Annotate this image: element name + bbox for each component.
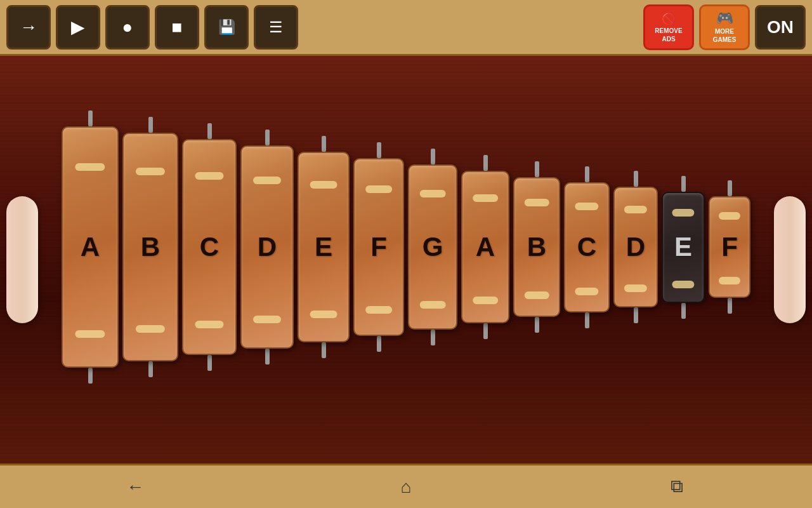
on-label: ON bbox=[767, 17, 794, 37]
top-connector-7 bbox=[483, 155, 488, 171]
bar-note-label-1: B bbox=[141, 232, 160, 262]
bar-note-label-9: C bbox=[577, 232, 596, 262]
bottom-connector-5 bbox=[377, 336, 381, 352]
bottom-connector-3 bbox=[265, 349, 270, 364]
recents-icon: ⧉ bbox=[671, 476, 683, 497]
play-icon: ▶ bbox=[71, 17, 85, 37]
xylophone-bar-B-8[interactable]: B bbox=[513, 177, 560, 317]
stop-icon: ■ bbox=[172, 17, 183, 37]
bar-note-label-7: A bbox=[476, 232, 495, 262]
xylophone-bar-F-5[interactable]: F bbox=[353, 158, 404, 336]
xylophone-bar-D-10[interactable]: D bbox=[613, 187, 658, 307]
bottom-connector-12 bbox=[728, 298, 732, 314]
top-connector-4 bbox=[322, 136, 326, 152]
bar-note-label-6: G bbox=[422, 232, 443, 262]
xylophone-bar-unit-12: F bbox=[707, 81, 752, 413]
remove-ads-icon: 🚫 bbox=[662, 11, 676, 27]
bottom-connector-1 bbox=[148, 361, 153, 377]
mallet-right bbox=[774, 196, 806, 323]
bottom-connector-7 bbox=[483, 323, 488, 339]
xylophone-bar-unit-1: B bbox=[121, 81, 180, 413]
xylophone: ABCDEFGABCDEF bbox=[0, 81, 812, 413]
xylophone-bar-unit-0: A bbox=[60, 81, 121, 413]
xylophone-bar-A-0[interactable]: A bbox=[62, 126, 119, 368]
home-icon: ⌂ bbox=[401, 477, 412, 497]
top-connector-8 bbox=[535, 161, 539, 177]
xylophone-bar-unit-3: D bbox=[239, 81, 296, 413]
xylophone-bar-C-9[interactable]: C bbox=[564, 182, 610, 312]
xylophone-frame: ABCDEFGABCDEF bbox=[0, 81, 812, 413]
top-connector-3 bbox=[265, 130, 270, 145]
more-games-label: MOREGAMES bbox=[713, 27, 737, 44]
xylophone-bar-unit-6: G bbox=[406, 81, 459, 413]
top-connector-5 bbox=[377, 142, 381, 158]
xylophone-bar-unit-7: A bbox=[459, 81, 511, 413]
arrow-icon: → bbox=[20, 17, 37, 37]
xylophone-bar-unit-10: D bbox=[612, 81, 660, 413]
bar-note-label-4: E bbox=[315, 232, 332, 262]
xylophone-bar-unit-4: E bbox=[296, 81, 351, 413]
xylophone-bar-D-3[interactable]: D bbox=[240, 145, 294, 349]
bottom-connector-4 bbox=[322, 342, 326, 358]
record-button[interactable]: ● bbox=[105, 5, 150, 50]
play-button[interactable]: ▶ bbox=[56, 5, 100, 50]
xylophone-bar-E-4[interactable]: E bbox=[298, 152, 350, 342]
back-nav-button[interactable]: ← bbox=[113, 471, 157, 503]
bottom-connector-11 bbox=[681, 303, 686, 319]
xylophone-bar-C-2[interactable]: C bbox=[182, 139, 237, 355]
save-icon: 💾 bbox=[218, 19, 235, 36]
top-connector-10 bbox=[634, 171, 638, 187]
top-connector-2 bbox=[207, 123, 212, 139]
mallet-left bbox=[6, 196, 38, 323]
bottom-bar: ← ⌂ ⧉ bbox=[0, 464, 812, 508]
bottom-connector-9 bbox=[585, 312, 589, 328]
xylophone-bar-F-12[interactable]: F bbox=[709, 196, 750, 298]
top-connector-0 bbox=[88, 110, 93, 126]
record-icon: ● bbox=[122, 17, 133, 37]
xylophone-bar-unit-8: B bbox=[511, 81, 562, 413]
xylophone-bar-unit-11: E bbox=[660, 81, 707, 413]
save-button[interactable]: 💾 bbox=[204, 5, 249, 50]
top-connector-6 bbox=[431, 149, 435, 164]
arrow-button[interactable]: → bbox=[6, 5, 51, 50]
remove-ads-button[interactable]: 🚫 REMOVEADS bbox=[643, 4, 694, 50]
bar-note-label-3: D bbox=[258, 232, 277, 262]
bar-note-label-5: F bbox=[370, 232, 387, 262]
bottom-connector-2 bbox=[207, 355, 212, 371]
top-connector-12 bbox=[728, 180, 732, 196]
xylophone-bar-unit-2: C bbox=[180, 81, 239, 413]
bar-note-label-10: D bbox=[626, 232, 645, 262]
stop-button[interactable]: ■ bbox=[155, 5, 199, 50]
toolbar: → ▶ ● ■ 💾 ☰ 🚫 REMOVEADS 🎮 MOREGAMES ON bbox=[0, 0, 812, 56]
bar-note-label-12: F bbox=[721, 232, 738, 262]
bar-note-label-2: C bbox=[200, 232, 219, 262]
xylophone-bar-unit-5: F bbox=[351, 81, 406, 413]
xylophone-bar-unit-9: C bbox=[562, 81, 612, 413]
more-games-button[interactable]: 🎮 MOREGAMES bbox=[699, 4, 750, 50]
top-connector-9 bbox=[585, 166, 589, 182]
top-connector-1 bbox=[148, 117, 153, 133]
back-icon: ← bbox=[126, 477, 144, 497]
xylophone-bar-E-11[interactable]: E bbox=[662, 192, 705, 303]
xylophone-bar-G-6[interactable]: G bbox=[408, 164, 457, 330]
bottom-connector-0 bbox=[88, 368, 93, 384]
list-icon: ☰ bbox=[269, 18, 283, 36]
bottom-connector-10 bbox=[634, 307, 638, 323]
bar-note-label-8: B bbox=[527, 232, 546, 262]
main-area: ABCDEFGABCDEF bbox=[0, 56, 812, 464]
xylophone-bar-A-7[interactable]: A bbox=[461, 171, 509, 323]
top-connector-11 bbox=[681, 176, 686, 192]
list-button[interactable]: ☰ bbox=[254, 5, 298, 50]
on-button[interactable]: ON bbox=[755, 5, 806, 50]
bar-note-label-11: E bbox=[674, 232, 692, 262]
recents-nav-button[interactable]: ⧉ bbox=[655, 471, 699, 503]
bottom-connector-6 bbox=[431, 330, 435, 345]
home-nav-button[interactable]: ⌂ bbox=[384, 471, 428, 503]
bottom-connector-8 bbox=[535, 317, 539, 333]
bar-note-label-0: A bbox=[81, 232, 100, 262]
xylophone-bar-B-1[interactable]: B bbox=[122, 133, 178, 361]
remove-ads-label: REMOVEADS bbox=[655, 27, 682, 43]
more-games-icon: 🎮 bbox=[716, 10, 733, 27]
